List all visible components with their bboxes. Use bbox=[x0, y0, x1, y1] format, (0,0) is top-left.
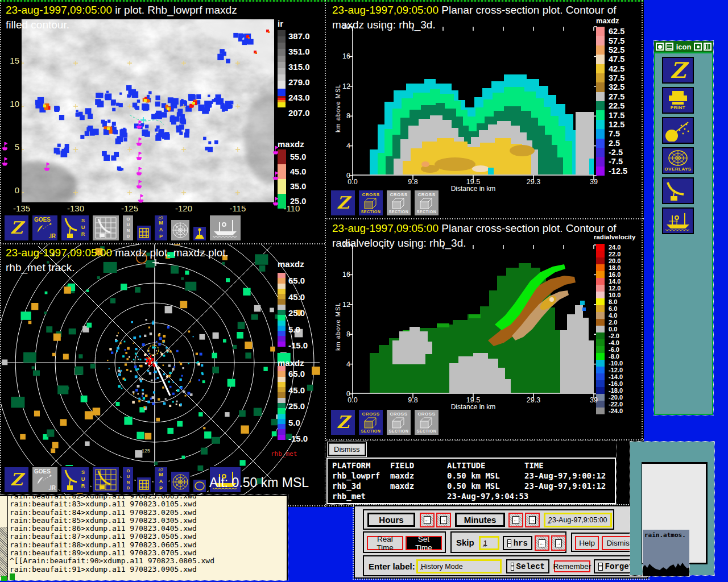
scrollbar-thumb[interactable] bbox=[0, 527, 7, 577]
surveillance-button[interactable]: SUR bbox=[60, 214, 90, 242]
resize-nub[interactable] bbox=[1, 576, 7, 581]
table-cell: 23-Aug-97,9:04:53 bbox=[447, 492, 528, 501]
skip-back-button[interactable]: ← bbox=[535, 535, 549, 551]
colorbar-value: -12.5 bbox=[609, 167, 627, 176]
circle-button[interactable] bbox=[192, 479, 207, 493]
cross-section-radialvelocity-panel[interactable]: 23-aug-1997,09:05:00 Planar cross-sectio… bbox=[328, 220, 643, 439]
minutes-forward-button[interactable]: → bbox=[525, 513, 540, 527]
cross-section-button[interactable]: CROSSSECTION bbox=[386, 409, 412, 436]
colorbar-value: 16.0 bbox=[609, 271, 621, 278]
ship-icon bbox=[211, 218, 239, 238]
goes-ir-button[interactable]: GOES.IR bbox=[31, 214, 59, 242]
icon-window-titlebar[interactable]: icon bbox=[654, 41, 713, 52]
dish-icon bbox=[64, 217, 79, 239]
dismiss-button[interactable]: Dismiss bbox=[329, 443, 365, 455]
color-swatch bbox=[596, 257, 605, 264]
skip-forward-button[interactable]: → bbox=[551, 535, 566, 551]
map-button[interactable]: MAP bbox=[154, 214, 168, 242]
cube-icon bbox=[391, 197, 406, 210]
polar-grid-button[interactable] bbox=[170, 471, 191, 493]
zebra-button[interactable]: Z bbox=[3, 466, 30, 493]
grid-button[interactable] bbox=[136, 225, 152, 242]
enter-label-label: Enter label: bbox=[369, 562, 415, 571]
colorbar-value: -18.0 bbox=[609, 387, 623, 394]
zebra-button[interactable]: Z bbox=[330, 189, 356, 217]
ship-button[interactable] bbox=[209, 214, 242, 242]
colorbar-entry: 57.5 bbox=[596, 36, 640, 45]
colorbar-value: 65.0 bbox=[288, 369, 305, 379]
terminal-scrollbar[interactable] bbox=[0, 496, 8, 580]
iconify-button[interactable] bbox=[704, 43, 712, 51]
cross-section-maxdz-panel[interactable]: 23-aug-1997,09:05:00 Planar cross-sectio… bbox=[328, 2, 643, 218]
load-monitor-window[interactable]: rain.atmos. bbox=[643, 530, 689, 576]
skip-units-menu[interactable]: hrs bbox=[503, 536, 532, 550]
cross-section-button[interactable]: CROSSSECTION bbox=[413, 409, 440, 436]
window-menu-button[interactable] bbox=[656, 43, 664, 51]
time-control-window: Hours ← → Minutes ← → 23-Aug-97,9:05:00^… bbox=[354, 505, 648, 579]
map-button[interactable]: MAP bbox=[154, 466, 168, 493]
zebra-button[interactable]: Z bbox=[3, 214, 30, 242]
help-button[interactable]: Help bbox=[575, 536, 599, 550]
colorbar-value: 52.5 bbox=[609, 45, 624, 55]
minutes-back-button[interactable]: ← bbox=[508, 513, 523, 527]
satellite-button[interactable] bbox=[662, 117, 694, 144]
set-time-button[interactable]: Set Time bbox=[406, 536, 442, 550]
overlays-button[interactable]: OVERLAYS bbox=[662, 147, 694, 174]
bounds-button[interactable]: BOUNDS bbox=[122, 214, 134, 242]
minutes-button[interactable]: Minutes bbox=[455, 513, 505, 527]
radar-dish-button[interactable] bbox=[662, 177, 694, 204]
radar-ppi-display bbox=[1, 244, 324, 497]
cross-section-button[interactable]: CROSSSECTION bbox=[358, 189, 384, 217]
window-list-button[interactable] bbox=[665, 43, 673, 51]
grid-button[interactable] bbox=[136, 476, 152, 493]
platform-marker-icon bbox=[136, 136, 143, 147]
colorbar-entry: -10.0 bbox=[596, 360, 640, 367]
color-swatch bbox=[596, 139, 605, 148]
cube-icon bbox=[363, 197, 378, 210]
color-swatch bbox=[596, 332, 605, 339]
terminal-window[interactable]: rain:beaufait:82>xdump.a11 970823.0005.x… bbox=[0, 495, 288, 580]
terminal-line: rain:beaufait:89>xdump.a11 970823.0705.x… bbox=[10, 549, 286, 557]
radar-grid-button[interactable] bbox=[92, 466, 120, 493]
colorbar-value: 5.0 bbox=[288, 418, 300, 427]
colorbar-entry: 52.5 bbox=[596, 45, 640, 55]
colorbar-entry: 2.0 bbox=[596, 319, 640, 326]
hours-forward-button[interactable]: → bbox=[436, 513, 451, 527]
polar-grid-button[interactable] bbox=[170, 219, 191, 242]
colorbar-value: -22.0 bbox=[609, 401, 623, 408]
print-button[interactable]: PRINT bbox=[662, 87, 694, 114]
remember-button[interactable]: Remember bbox=[554, 560, 590, 572]
buoy-icon bbox=[194, 227, 205, 240]
radar-grid-button[interactable] bbox=[92, 214, 120, 242]
hours-button[interactable]: Hours bbox=[367, 513, 415, 527]
panel-divider-vertical bbox=[325, 0, 326, 507]
colorbar-value: 20.0 bbox=[609, 257, 621, 264]
datetime-field[interactable]: 23-Aug-97,9:05:00^ bbox=[544, 513, 612, 527]
color-swatch bbox=[596, 373, 605, 380]
surveillance-button[interactable]: SUR bbox=[60, 466, 90, 493]
skip-field[interactable]: 1^ bbox=[479, 536, 499, 550]
cross-section-button[interactable]: CROSSSECTION bbox=[386, 189, 412, 217]
platform-marker-icon bbox=[136, 151, 143, 161]
longitude-tick: -115 bbox=[225, 203, 250, 213]
buoy-button[interactable] bbox=[192, 226, 207, 242]
ship-button[interactable] bbox=[662, 207, 694, 234]
hours-back-button[interactable]: ← bbox=[420, 513, 435, 527]
real-time-button[interactable]: Real Time bbox=[367, 536, 403, 550]
window-dot-button[interactable] bbox=[694, 43, 702, 51]
cross-section-button[interactable]: CROSSSECTION bbox=[358, 409, 384, 436]
label-field[interactable]: History Mode^ bbox=[416, 559, 502, 573]
select-menu-button[interactable]: Select bbox=[506, 559, 549, 573]
goes-ir-button[interactable]: GOES.IR bbox=[31, 466, 59, 493]
table-cell: 23-Aug-97,9:01:12 bbox=[524, 481, 606, 490]
radar-ppi-panel[interactable]: 23-aug-1997,09:05:00 maxdz plot. maxdz p… bbox=[1, 244, 324, 497]
cross-section-button[interactable]: CROSSSECTION bbox=[413, 189, 440, 217]
panel-title: 23-aug-1997,09:05:00 maxdz plot. maxdz p… bbox=[6, 247, 229, 259]
zebra-logo-button[interactable]: Z bbox=[662, 57, 694, 84]
zebra-button[interactable]: Z bbox=[330, 409, 356, 436]
longitude-tick: -110 bbox=[279, 203, 304, 213]
colorbar-value: 10.0 bbox=[609, 292, 621, 298]
bounds-button[interactable]: BOUNDS bbox=[122, 466, 134, 493]
colorbar-value: 2.5 bbox=[609, 139, 620, 148]
ir-plot-panel[interactable]: 23-aug-1997,09:05:00 ir plot. Rhb_lowprf… bbox=[1, 2, 324, 243]
